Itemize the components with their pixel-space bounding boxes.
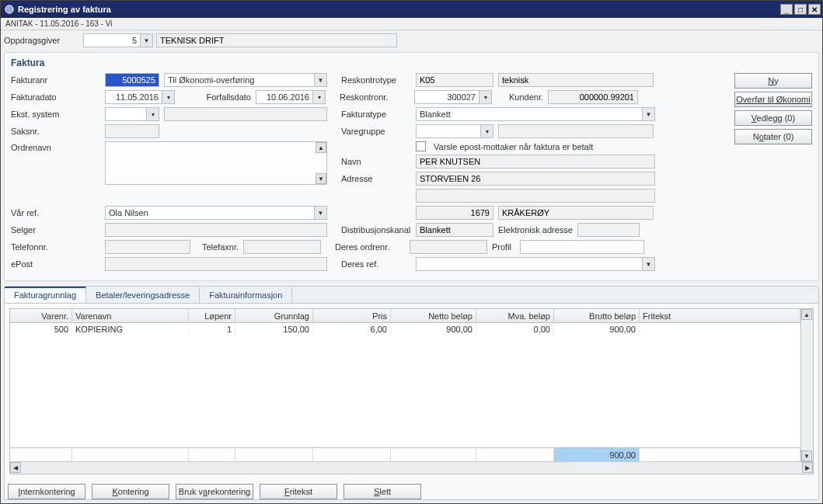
maximize-button[interactable]: □ — [794, 4, 807, 15]
vedlegg-button[interactable]: Vedlegg (0) — [734, 110, 812, 126]
adresse2-input[interactable] — [416, 189, 655, 203]
varegruppe-select[interactable]: ▾ — [416, 124, 493, 138]
tabs-container: Fakturagrunnlag Betaler/leveringsadresse… — [4, 286, 819, 500]
deres-ref-label: Deres ref. — [341, 259, 411, 269]
bruk-varekontering-button[interactable]: Bruk varekontering — [176, 484, 253, 499]
horizontal-scrollbar[interactable]: ◀ ▶ — [10, 461, 813, 474]
main-window: Registrering av faktura _ □ ✕ ANITAK - 1… — [0, 0, 823, 504]
deres-ordrenr-label: Deres ordrenr. — [335, 242, 405, 252]
telefaxnr-label: Telefaxnr. — [195, 242, 239, 252]
telefonnr-label: Telefonnr. — [11, 242, 100, 252]
telefonnr-input[interactable] — [105, 240, 190, 254]
chevron-down-icon: ▼ — [642, 258, 654, 270]
varegruppe-text — [498, 124, 654, 138]
tab-betaler[interactable]: Betaler/leveringsadresse — [86, 287, 200, 303]
chevron-down-icon: ▾ — [162, 91, 174, 103]
app-icon — [4, 4, 15, 15]
selger-label: Selger — [11, 225, 100, 235]
right-button-panel: Ny Overfør til Økonomi Vedlegg (0) Notat… — [734, 73, 812, 144]
fakturadato-label: Fakturadato — [11, 92, 100, 102]
col-brutto[interactable]: Brutto beløp — [554, 309, 640, 323]
ordrenavn-textarea[interactable]: ▲ ▼ — [105, 141, 327, 185]
tab-fakturagrunnlag[interactable]: Fakturagrunnlag — [5, 287, 86, 303]
fritekst-button[interactable]: Fritekst — [260, 484, 337, 499]
ekst-system-text — [164, 107, 327, 121]
notater-button[interactable]: Notater (0) — [734, 129, 812, 144]
window-subtitle: ANITAK - 11.05.2016 - 163 - Vi — [1, 18, 822, 30]
oppdragsgiver-label: Oppdragsgiver — [4, 36, 80, 45]
selger-input[interactable] — [105, 223, 327, 237]
varsle-checkbox[interactable] — [416, 141, 426, 151]
content-area: Oppdragsgiver 5 ▼ Faktura Fakturanr Til … — [1, 30, 822, 503]
fakturadato-input[interactable]: 11.05.2016 ▾ — [105, 90, 175, 104]
scroll-left-icon[interactable]: ◀ — [10, 462, 21, 473]
navn-label: Navn — [341, 157, 411, 166]
saksnr-input[interactable] — [105, 124, 159, 138]
profil-input[interactable] — [520, 240, 644, 254]
svg-point-0 — [5, 5, 14, 14]
col-varenavn[interactable]: Varenavn — [72, 309, 189, 323]
vaar-ref-label: Vår ref. — [11, 208, 100, 217]
fakturatype-label: Fakturatype — [341, 109, 411, 119]
col-fritekst[interactable]: Fritekst — [640, 309, 800, 323]
reskontrotype-text — [498, 73, 654, 87]
col-grunnlag[interactable]: Grunnlag — [235, 309, 313, 323]
col-varenr[interactable]: Varenr. — [10, 309, 72, 323]
col-lopenr[interactable]: Løpenr — [189, 309, 235, 323]
varsle-label: Varsle epost-mottaker når faktura er bet… — [434, 142, 593, 151]
reskontronr-input[interactable]: 300027 ▾ — [414, 90, 492, 104]
scroll-down-icon[interactable]: ▼ — [801, 450, 812, 461]
close-button[interactable]: ✕ — [808, 4, 821, 15]
minimize-button[interactable]: _ — [780, 4, 793, 15]
ekst-system-select[interactable]: ▾ — [105, 107, 159, 121]
window-title: Registrering av faktura — [18, 5, 780, 14]
grid-body[interactable]: 500 KOPIERING 1 150,00 6,00 900,00 0,00 … — [10, 323, 813, 447]
scroll-up-icon[interactable]: ▲ — [801, 309, 812, 320]
col-netto[interactable]: Netto beløp — [391, 309, 476, 323]
fakturatype-select[interactable]: Blankett ▼ — [416, 107, 655, 121]
scroll-right-icon[interactable]: ▶ — [802, 462, 813, 473]
chevron-down-icon: ▼ — [642, 108, 654, 120]
scroll-up-icon[interactable]: ▲ — [316, 142, 326, 153]
total-brutto: 900,00 — [554, 448, 640, 462]
scroll-down-icon[interactable]: ▼ — [316, 173, 326, 184]
col-mva[interactable]: Mva. beløp — [476, 309, 554, 323]
elektronisk-adresse-input[interactable] — [577, 223, 640, 237]
elektronisk-adresse-label: Elektronisk adresse — [498, 225, 573, 235]
poststed-input[interactable] — [498, 206, 654, 220]
chevron-down-icon: ▾ — [146, 108, 159, 120]
reskontrotype-input[interactable] — [416, 73, 493, 87]
forfallsdato-input[interactable]: 10.06.2016 ▾ — [256, 90, 326, 104]
fakturanr-status-select[interactable]: Til Økonomi-overføring ▼ — [164, 73, 327, 87]
tab-fakturainformasjon[interactable]: Fakturainformasjon — [200, 287, 292, 303]
grid: Varenr. Varenavn Løpenr Grunnlag Pris Ne… — [9, 308, 814, 474]
table-row[interactable]: 500 KOPIERING 1 150,00 6,00 900,00 0,00 … — [10, 323, 813, 335]
reskontronr-label: Reskontronr. — [340, 92, 410, 102]
epost-label: ePost — [11, 259, 100, 269]
vertical-scrollbar[interactable]: ▲ ▼ — [800, 309, 813, 461]
internkontering-button[interactable]: Internkontering — [8, 484, 85, 499]
vaar-ref-select[interactable]: Ola Nilsen ▼ — [105, 206, 327, 220]
navn-input[interactable] — [416, 155, 655, 169]
oppdragsgiver-select[interactable]: 5 ▼ — [83, 33, 153, 47]
adresse1-input[interactable] — [416, 172, 655, 186]
postnr-input[interactable] — [416, 206, 493, 220]
tabbar: Fakturagrunnlag Betaler/leveringsadresse… — [5, 287, 818, 304]
epost-input[interactable] — [105, 257, 327, 271]
slett-button[interactable]: Slett — [343, 484, 421, 499]
deres-ref-select[interactable]: ▼ — [416, 257, 655, 271]
top-row: Oppdragsgiver 5 ▼ — [4, 33, 819, 47]
fakturanr-input[interactable] — [105, 73, 159, 87]
kontering-button[interactable]: Kontering — [92, 484, 169, 499]
ny-button[interactable]: Ny — [734, 73, 812, 89]
telefaxnr-input[interactable] — [243, 240, 321, 254]
chevron-down-icon: ▾ — [312, 91, 325, 103]
overfor-button[interactable]: Overfør til Økonomi — [734, 92, 812, 107]
chevron-down-icon: ▼ — [314, 207, 326, 219]
deres-ordrenr-input[interactable] — [410, 240, 487, 254]
distribusjonskanal-input — [416, 223, 493, 237]
bottom-buttons: Internkontering Kontering Bruk varekonte… — [5, 479, 818, 499]
chevron-down-icon: ▾ — [480, 125, 493, 137]
varegruppe-label: Varegruppe — [341, 127, 411, 136]
col-pris[interactable]: Pris — [313, 309, 391, 323]
